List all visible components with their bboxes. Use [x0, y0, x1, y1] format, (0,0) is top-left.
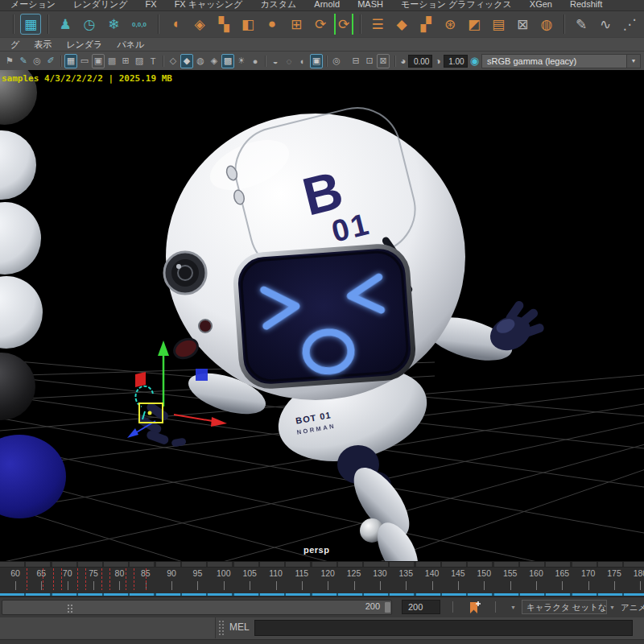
panel-menu-レンダラ[interactable]: レンダラ: [59, 39, 109, 51]
menu-MASH[interactable]: MASH: [349, 0, 392, 8]
curve-points-icon[interactable]: ⋰: [619, 14, 640, 35]
checker-icon[interactable]: ▩: [221, 54, 234, 68]
shaded-icon[interactable]: ◆: [180, 54, 193, 68]
mash-world-icon[interactable]: ◈: [189, 14, 210, 35]
mash-stack-icon[interactable]: ☰: [367, 14, 388, 35]
frame-label: 90: [167, 568, 176, 578]
gamma-field[interactable]: 1.00: [444, 55, 468, 68]
region-icon[interactable]: ⊞: [119, 54, 132, 68]
end-frame-field[interactable]: 200: [402, 600, 440, 614]
menu-カスタム[interactable]: カスタム: [251, 0, 305, 8]
chevron-down-icon[interactable]: ▼: [510, 605, 516, 610]
character-icon[interactable]: ♟: [55, 14, 76, 35]
robot[interactable]: B 01: [136, 99, 545, 561]
mash-waiter-icon[interactable]: ◖: [165, 14, 186, 35]
resolution-gate-icon[interactable]: ▣: [92, 54, 105, 68]
grease-pencil-icon[interactable]: ✐: [44, 54, 57, 68]
panel-menu-グ[interactable]: グ: [3, 39, 27, 51]
shelf-browser-icon[interactable]: ▦: [20, 14, 41, 35]
mash-rotate-active-icon[interactable]: ⟳: [334, 14, 353, 35]
chevron-down-icon[interactable]: ▼: [609, 605, 615, 610]
time-editor-icon[interactable]: ◷: [79, 14, 100, 35]
pane-menu-icon[interactable]: ⊟: [349, 54, 362, 68]
menu-XGen[interactable]: XGen: [521, 0, 561, 8]
isolate-select-icon[interactable]: ◎: [330, 54, 343, 68]
menu-FX キャッシング[interactable]: FX キャッシング: [166, 0, 252, 8]
screen-space-icon[interactable]: ⊠: [377, 54, 390, 68]
film-gate-icon[interactable]: ▭: [78, 54, 91, 68]
pane-copy-icon[interactable]: ⊡: [363, 54, 376, 68]
anti-alias-icon[interactable]: ▣: [310, 54, 323, 68]
frame-tick: [328, 581, 328, 590]
image-plane-icon[interactable]: ▨: [133, 54, 146, 68]
command-response-area: [0, 617, 216, 638]
separator: [326, 56, 327, 67]
mash-add-grid-icon[interactable]: ⊞: [286, 14, 307, 35]
mash-flip-icon[interactable]: ◩: [464, 14, 485, 35]
ao-icon[interactable]: ◒: [269, 54, 282, 68]
curve-edit-icon[interactable]: ∿: [595, 14, 616, 35]
panel-menu-パネル[interactable]: パネル: [109, 39, 151, 51]
mash-grid-icon[interactable]: ▚: [213, 14, 234, 35]
anim-layer-menu[interactable]: アニメー: [621, 601, 644, 614]
dof-icon[interactable]: ◐: [296, 54, 309, 68]
mash-points-icon[interactable]: ◍: [536, 14, 557, 35]
range-end-handle[interactable]: [385, 602, 390, 613]
menu-Arnold[interactable]: Arnold: [305, 0, 349, 8]
menu-メーション[interactable]: メーション: [2, 0, 64, 8]
textured-icon[interactable]: ◍: [194, 54, 207, 68]
command-line-grip[interactable]: [218, 620, 224, 636]
range-slider-grip[interactable]: [67, 604, 73, 613]
viewport-canvas[interactable]: B 01: [0, 70, 644, 561]
motion-blur-icon[interactable]: ◌: [283, 54, 295, 68]
colorspace-dropdown[interactable]: sRGB gamma (legacy) ▼: [481, 54, 641, 68]
time-slider[interactable]: 6065707580859095100105110115120125130135…: [0, 561, 644, 597]
mash-replicate-icon[interactable]: ◧: [237, 14, 258, 35]
mash-frame-icon[interactable]: ⊠: [512, 14, 533, 35]
wireframe-icon[interactable]: ◇: [167, 54, 180, 68]
bookmark-add-icon[interactable]: [467, 600, 483, 615]
frame-label: 120: [320, 568, 335, 578]
mash-rotate-icon[interactable]: ⟳: [310, 14, 331, 35]
gate-mask-icon[interactable]: ▩: [105, 54, 118, 68]
menu-モーション グラフィックス[interactable]: モーション グラフィックス: [392, 0, 521, 8]
mash-radial-icon[interactable]: ⊛: [440, 14, 460, 35]
wire-on-shaded-icon[interactable]: ◈: [208, 54, 221, 68]
zoom-select-icon[interactable]: ◎: [31, 54, 43, 68]
keyframe-tick: [85, 568, 86, 590]
shadows-icon[interactable]: ●: [249, 54, 262, 68]
menu-レンダリング[interactable]: レンダリング: [64, 0, 137, 8]
menu-Redshift[interactable]: Redshift: [561, 0, 611, 8]
bookmark-icon[interactable]: ⚑: [3, 54, 16, 68]
chevron-down-icon[interactable]: ▼: [626, 55, 640, 68]
mash-layers-icon[interactable]: ▤: [488, 14, 509, 35]
frame-tick: [510, 581, 511, 590]
panel-menu-表示[interactable]: 表示: [27, 39, 59, 51]
mash-orbit-icon[interactable]: ●: [262, 14, 283, 35]
snap-keys-icon[interactable]: ❄: [103, 14, 124, 35]
viewport-toolbar-right: ⊟⊡⊠ ◕ 0.00 ◑ 1.00 ◉ sRGB gamma (legacy) …: [349, 54, 644, 68]
mel-label[interactable]: MEL: [229, 621, 250, 633]
range-slider[interactable]: 200: [2, 600, 392, 615]
zero-transform-icon[interactable]: 0,0,0: [127, 14, 151, 35]
curve-pencil-icon[interactable]: ✎: [571, 14, 592, 35]
frame-label: 130: [373, 568, 387, 578]
separator: [495, 601, 496, 613]
grid-toggle-icon[interactable]: ▦: [64, 54, 77, 68]
viewport-3d[interactable]: B 01: [0, 70, 644, 561]
mel-input[interactable]: [254, 620, 633, 636]
mash-transform-icon[interactable]: ▞: [415, 14, 436, 35]
camera-label: persp: [303, 545, 329, 555]
lights-icon[interactable]: ☀: [235, 54, 248, 68]
character-set-dropdown[interactable]: キャラクタ セットなし: [522, 600, 607, 614]
material-spheres[interactable]: [0, 70, 66, 518]
field-chart-icon[interactable]: T: [147, 54, 159, 68]
menu-FX[interactable]: FX: [137, 0, 166, 8]
gamma-icon[interactable]: ◑: [435, 56, 440, 67]
select-highlight-icon[interactable]: ✎: [17, 54, 30, 68]
frame-label: 135: [398, 568, 413, 578]
exposure-icon[interactable]: ◕: [400, 56, 406, 67]
separator: [47, 14, 48, 34]
mash-cube-icon[interactable]: ◆: [391, 14, 412, 35]
exposure-field[interactable]: 0.00: [408, 55, 432, 68]
